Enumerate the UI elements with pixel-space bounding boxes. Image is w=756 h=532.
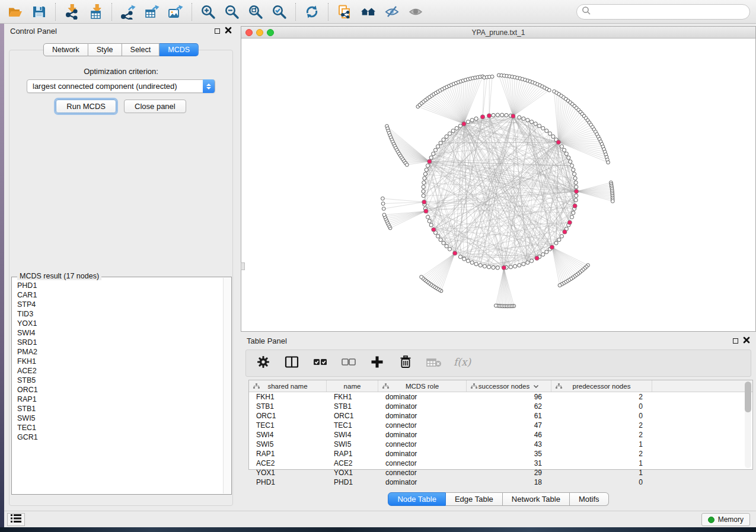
cell-mcds-role: dominator bbox=[378, 430, 467, 440]
mcds-result-item[interactable]: SRD1 bbox=[17, 338, 222, 347]
column-header-predecessor-nodes[interactable]: predecessor nodes bbox=[551, 380, 652, 392]
zoom-fit-icon bbox=[248, 4, 263, 20]
table-row[interactable]: SWI5SWI5connector431 bbox=[249, 440, 752, 449]
table-row[interactable]: PHD1PHD1dominator180 bbox=[249, 477, 752, 487]
show-all-button[interactable] bbox=[404, 2, 428, 21]
column-header-successor-nodes[interactable]: successor nodes bbox=[467, 380, 551, 392]
zoom-selected-button[interactable] bbox=[267, 2, 291, 21]
zoom-in-button[interactable] bbox=[196, 2, 220, 21]
export-network-button[interactable] bbox=[116, 2, 140, 21]
mcds-result-item[interactable]: PHD1 bbox=[17, 281, 222, 290]
mcds-result-item[interactable]: STB1 bbox=[17, 404, 222, 414]
run-mcds-button[interactable]: Run MCDS bbox=[56, 100, 116, 113]
tab-edge-table[interactable]: Edge Table bbox=[446, 492, 503, 506]
task-history-button[interactable] bbox=[7, 513, 25, 526]
tab-node-table[interactable]: Node Table bbox=[388, 492, 446, 506]
mcds-result-scrollbar[interactable] bbox=[223, 278, 231, 493]
table-row[interactable]: FKH1FKH1dominator962 bbox=[249, 392, 752, 402]
delete-column-button[interactable] bbox=[398, 355, 413, 371]
mcds-result-item[interactable]: FKH1 bbox=[17, 357, 222, 366]
cell-shared-name: PHD1 bbox=[249, 477, 327, 487]
mcds-result-item[interactable]: STB5 bbox=[17, 376, 222, 385]
create-column-button[interactable] bbox=[369, 355, 385, 371]
tab-motifs[interactable]: Motifs bbox=[570, 492, 609, 506]
close-table-panel-icon[interactable] bbox=[743, 336, 750, 345]
mcds-result-item[interactable]: YOX1 bbox=[17, 319, 222, 328]
column-header-MCDS-role[interactable]: MCDS role bbox=[378, 380, 467, 392]
table-row[interactable]: ORC1ORC1dominator610 bbox=[249, 411, 752, 421]
export-table-button[interactable] bbox=[140, 2, 164, 21]
close-panel-button[interactable]: Close panel bbox=[124, 100, 186, 113]
select-all-rows-button[interactable] bbox=[312, 355, 328, 371]
table-row[interactable]: ACE2ACE2connector311 bbox=[249, 459, 752, 468]
mcds-result-item[interactable]: RAP1 bbox=[17, 395, 222, 404]
table-settings-button[interactable] bbox=[256, 355, 271, 371]
minimize-window-icon[interactable] bbox=[256, 29, 263, 36]
export-image-button[interactable] bbox=[164, 2, 187, 21]
network-window: YPA_prune.txt_1 bbox=[241, 26, 756, 332]
search-box[interactable] bbox=[576, 4, 750, 20]
sort-chevron-icon[interactable] bbox=[533, 383, 539, 390]
deselect-all-rows-button[interactable] bbox=[341, 355, 356, 371]
mcds-result-item[interactable]: SWI5 bbox=[17, 414, 222, 423]
network-canvas[interactable] bbox=[241, 39, 755, 331]
refresh-network-button[interactable] bbox=[300, 2, 324, 21]
cell-successor-nodes: 31 bbox=[467, 459, 551, 468]
tab-mcds[interactable]: MCDS bbox=[160, 43, 199, 56]
import-table-button[interactable] bbox=[84, 2, 107, 21]
mcds-result-item[interactable]: TEC1 bbox=[17, 423, 222, 432]
hide-selected-button[interactable] bbox=[380, 2, 404, 21]
table-row[interactable]: TEC1TEC1connector472 bbox=[249, 421, 752, 430]
cell-successor-nodes: 35 bbox=[467, 449, 551, 459]
panel-resize-grip[interactable] bbox=[241, 262, 245, 270]
tab-style[interactable]: Style bbox=[88, 43, 122, 56]
table-row[interactable]: SWI4SWI4dominator462 bbox=[249, 430, 752, 440]
folder-icon bbox=[8, 4, 23, 20]
open-file-button[interactable] bbox=[4, 2, 27, 21]
mcds-result-item[interactable]: PMA2 bbox=[17, 347, 222, 357]
mcds-result-item[interactable]: ORC1 bbox=[17, 385, 222, 395]
network-window-titlebar[interactable]: YPA_prune.txt_1 bbox=[241, 27, 755, 39]
table-row[interactable]: STB1STB1dominator620 bbox=[249, 402, 752, 411]
zoom-out-button[interactable] bbox=[220, 2, 244, 21]
float-table-panel-icon[interactable] bbox=[733, 338, 738, 344]
empty-boxes-icon bbox=[341, 355, 356, 371]
cell-predecessor-nodes: 2 bbox=[551, 449, 652, 459]
mcds-result-item[interactable]: SWI4 bbox=[17, 328, 222, 338]
cell-predecessor-nodes: 2 bbox=[551, 421, 652, 430]
first-neighbors-button[interactable] bbox=[356, 2, 380, 21]
toggle-panel-layout-button[interactable] bbox=[284, 355, 299, 371]
fx-icon: f(x) bbox=[452, 355, 473, 371]
mcds-result-item[interactable]: CAR1 bbox=[17, 290, 222, 300]
tab-network[interactable]: Network bbox=[43, 43, 88, 56]
table-scrollbar[interactable] bbox=[745, 382, 751, 468]
close-window-icon[interactable] bbox=[245, 29, 253, 36]
houses-icon bbox=[361, 4, 376, 20]
table-row[interactable]: YOX1YOX1connector291 bbox=[249, 468, 752, 477]
tab-select[interactable]: Select bbox=[122, 43, 160, 56]
optimization-dropdown[interactable]: largest connected component (undirected) bbox=[27, 79, 215, 93]
zoom-fit-button[interactable] bbox=[244, 2, 267, 21]
memory-button[interactable]: Memory bbox=[701, 513, 750, 526]
save-session-button[interactable] bbox=[27, 2, 51, 21]
tab-network-table[interactable]: Network Table bbox=[503, 492, 570, 506]
mcds-result-item[interactable]: ACE2 bbox=[17, 366, 222, 376]
cell-name: ACE2 bbox=[327, 459, 378, 468]
mcds-result-item[interactable]: STP4 bbox=[17, 300, 222, 309]
import-network-button[interactable] bbox=[60, 2, 84, 21]
search-input[interactable] bbox=[594, 8, 749, 16]
column-header-name[interactable]: name bbox=[327, 380, 378, 392]
close-panel-icon[interactable] bbox=[225, 27, 232, 36]
cell-name: FKH1 bbox=[327, 392, 378, 402]
float-panel-icon[interactable] bbox=[215, 28, 220, 34]
maximize-window-icon[interactable] bbox=[267, 29, 274, 36]
mcds-result-list[interactable]: PHD1CAR1STP4TID3YOX1SWI4SRD1PMA2FKH1ACE2… bbox=[12, 281, 222, 493]
table-row[interactable]: RAP1RAP1dominator352 bbox=[249, 449, 752, 459]
table-scrollbar-thumb[interactable] bbox=[745, 382, 751, 412]
mcds-result-item[interactable]: TID3 bbox=[17, 309, 222, 319]
column-header-shared-name[interactable]: shared name bbox=[249, 380, 327, 392]
cell-mcds-role: dominator bbox=[378, 392, 467, 402]
duplicate-network-button[interactable] bbox=[333, 2, 356, 21]
mcds-result-item[interactable]: GCR1 bbox=[17, 432, 222, 442]
hierarchy-icon bbox=[382, 383, 389, 390]
